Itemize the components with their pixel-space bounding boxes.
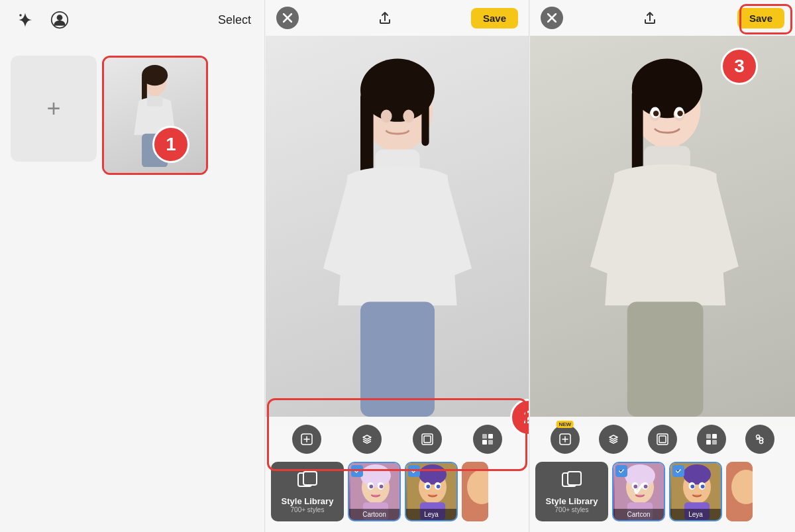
svg-point-65 [757, 435, 760, 439]
right-style-library-title: Style Library [546, 496, 598, 506]
middle-layers-button[interactable] [352, 425, 382, 454]
style-library-icon [297, 470, 318, 494]
svg-point-32 [369, 484, 373, 488]
right-panel-header: Save [530, 0, 795, 36]
right-cartcon-thumb[interactable]: ✓ Cartcon [612, 462, 665, 521]
middle-style-library-title: Style Library [282, 496, 334, 506]
left-icons [13, 8, 72, 32]
middle-style-library-subtitle: 700+ styles [291, 506, 325, 513]
add-photo-button[interactable]: + [11, 56, 97, 162]
middle-panel-header: Save [266, 0, 529, 36]
svg-point-71 [625, 464, 655, 487]
right-leya-thumb[interactable]: Leya [669, 462, 722, 521]
svg-point-37 [419, 464, 447, 485]
svg-point-72 [632, 482, 639, 490]
svg-rect-62 [706, 440, 711, 445]
right-crop-button[interactable] [648, 425, 677, 454]
middle-leya-thumb[interactable]: Leya [405, 462, 458, 521]
right-style-library-icon [561, 470, 582, 494]
thumbnail-image [104, 58, 206, 173]
svg-point-83 [701, 484, 705, 488]
avatar-icon[interactable] [48, 8, 72, 32]
right-cartcon-label: Cartcon [613, 509, 664, 520]
left-panel: Select + [0, 0, 265, 532]
svg-rect-24 [488, 440, 493, 445]
right-extra-thumb[interactable] [726, 462, 753, 521]
right-layers-button[interactable] [599, 425, 628, 454]
svg-rect-50 [627, 301, 704, 417]
right-main-photo [530, 36, 795, 427]
svg-rect-68 [568, 472, 581, 485]
step-3-badge: 3 [721, 48, 758, 85]
svg-rect-23 [482, 440, 487, 445]
svg-point-79 [683, 464, 711, 485]
svg-rect-12 [421, 90, 429, 146]
svg-rect-21 [482, 434, 487, 439]
middle-tool-icons-row [266, 422, 529, 456]
middle-extra-thumb[interactable] [462, 462, 488, 521]
middle-crop-button[interactable] [413, 425, 442, 454]
svg-rect-20 [424, 436, 431, 443]
svg-point-2 [57, 15, 63, 21]
svg-rect-63 [712, 440, 717, 445]
middle-retouch-button[interactable] [292, 425, 321, 454]
svg-point-29 [360, 464, 391, 487]
middle-cartoon-thumb[interactable]: Cartoon [348, 462, 401, 521]
svg-rect-61 [712, 434, 717, 439]
right-adjust-button[interactable] [745, 425, 774, 454]
svg-point-0 [19, 14, 22, 17]
svg-point-55 [653, 111, 659, 116]
step-1-badge: 1 [152, 126, 189, 163]
right-save-button[interactable]: Save [737, 8, 784, 28]
middle-leya-label: Leya [406, 509, 456, 520]
middle-cartoon-label: Cartoon [349, 509, 399, 520]
svg-point-17 [403, 110, 414, 123]
middle-save-button[interactable]: Save [471, 8, 518, 28]
svg-rect-26 [303, 472, 317, 485]
svg-point-16 [380, 110, 392, 123]
right-filter-button[interactable] [697, 425, 726, 454]
middle-share-button[interactable] [374, 7, 396, 29]
svg-rect-7 [147, 96, 162, 107]
right-retouch-button[interactable]: NEW [551, 425, 580, 454]
middle-bottom-toolbar: Style Library 700+ styles [266, 417, 529, 532]
select-button[interactable]: Select [218, 13, 251, 27]
photo-thumbnail[interactable] [102, 56, 208, 175]
svg-point-33 [380, 484, 384, 488]
svg-rect-60 [706, 434, 711, 439]
svg-point-66 [760, 441, 763, 444]
left-header: Select [0, 0, 264, 40]
svg-rect-59 [659, 436, 666, 443]
right-style-library-row: Style Library 700+ styles [530, 459, 795, 527]
svg-point-40 [426, 484, 430, 488]
middle-style-library-row: Style Library 700+ styles [266, 459, 529, 527]
middle-close-button[interactable] [276, 7, 299, 29]
new-badge: NEW [556, 421, 574, 428]
middle-panel: Save [266, 0, 529, 532]
photo-grid: + [0, 45, 264, 186]
svg-point-82 [690, 484, 694, 488]
right-bottom-toolbar: NEW [530, 417, 795, 532]
right-share-button[interactable] [639, 7, 661, 29]
right-style-library-card[interactable]: Style Library 700+ styles [535, 462, 608, 521]
sparkle-icon[interactable] [13, 8, 37, 32]
svg-point-75 [644, 484, 648, 488]
right-leya-label: Leya [670, 509, 721, 520]
svg-rect-22 [488, 434, 493, 439]
svg-point-41 [437, 484, 441, 488]
right-panel: Save [530, 0, 795, 532]
right-tool-icons-row: NEW [530, 422, 795, 456]
svg-point-74 [633, 484, 637, 488]
right-close-button[interactable] [541, 7, 563, 29]
middle-main-photo [266, 36, 529, 427]
middle-style-library-card[interactable]: Style Library 700+ styles [271, 462, 344, 521]
svg-rect-15 [360, 301, 435, 417]
svg-point-56 [677, 111, 682, 116]
middle-filter-button[interactable] [473, 425, 502, 454]
right-style-library-subtitle: 700+ styles [555, 506, 589, 513]
